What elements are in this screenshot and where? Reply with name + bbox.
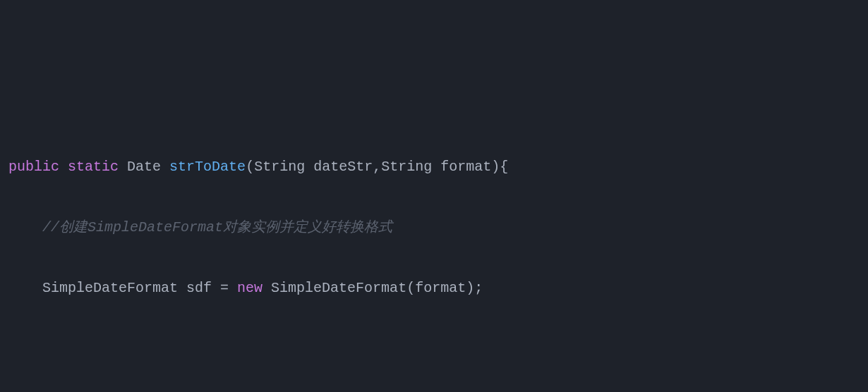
variable-declaration: SimpleDateFormat sdf [42,280,220,296]
code-editor[interactable]: public static Date strToDate(String date… [0,121,868,392]
method-params: (String dateStr,String format){ [246,159,508,175]
equals-operator: = [220,280,229,296]
code-line-1: public static Date strToDate(String date… [8,152,868,182]
constructor-call: SimpleDateFormat(format); [263,280,483,296]
code-line-3: SimpleDateFormat sdf = new SimpleDateFor… [8,273,868,303]
code-line-4 [8,333,868,364]
keyword-static: static [68,159,119,175]
comment: //创建SimpleDateFormat对象实例并定义好转换格式 [42,219,392,235]
keyword-public: public [8,159,59,175]
keyword-new: new [229,280,263,296]
return-type: Date [127,159,161,175]
code-line-2: //创建SimpleDateFormat对象实例并定义好转换格式 [8,212,868,243]
method-name: strToDate [169,159,246,175]
